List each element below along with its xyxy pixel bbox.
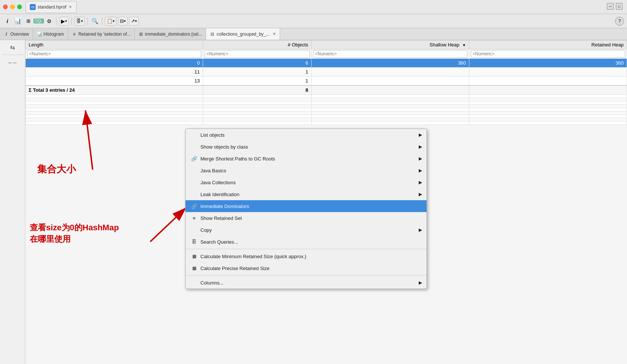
ctx-leak-id-arrow: ▶ (419, 192, 422, 197)
table-row-empty (26, 121, 627, 125)
left-nav-btn-2[interactable]: ─ ─ (1, 57, 23, 68)
cell-shallow (311, 68, 469, 77)
filter-shallow[interactable] (313, 50, 467, 58)
ctx-java-collections[interactable]: Java Collections ▶ (186, 176, 427, 188)
ctx-show-retained[interactable]: ≡ Show Retained Set (186, 212, 427, 224)
filter-cell-shallow (311, 49, 469, 59)
ctx-calc-precise-icon: ▦ (191, 265, 197, 272)
help-button[interactable]: ? (615, 17, 624, 26)
filter-retained[interactable] (471, 50, 625, 58)
cell-retained (469, 68, 627, 77)
col-header-shallow[interactable]: Shallow Heap ▼ (311, 40, 469, 49)
ctx-java-collections-icon (191, 179, 197, 186)
ctx-immediate-dom-icon: 🔗 (191, 203, 197, 209)
ctx-show-by-class[interactable]: Show objects by class ▶ (186, 141, 427, 153)
win-restore[interactable]: □ (616, 3, 623, 10)
file-tab[interactable]: 🗃 standard.hprof ✕ (26, 1, 77, 13)
table-row-empty (26, 115, 627, 118)
tab-file-icon: 🗃 (30, 4, 36, 10)
ctx-leak-id-icon (191, 191, 197, 198)
window-controls (3, 4, 22, 9)
ctx-merge-paths[interactable]: 🔗 Merge Shortest Paths to GC Roots ▶ (186, 153, 427, 165)
cell-objects: 1 (203, 68, 312, 77)
ctx-leak-id[interactable]: Leak Identification ▶ (186, 188, 427, 200)
toolbar-sep-1 (56, 17, 57, 25)
export-dropdown[interactable]: ↗ ▾ (129, 17, 139, 26)
tab-collections[interactable]: ⊟ collections_grouped_by_... ✕ (206, 28, 280, 40)
ctx-calc-min-icon: ▦ (191, 253, 197, 260)
collections-icon: ⊟ (210, 32, 215, 37)
filter-length[interactable] (27, 50, 201, 58)
tab-label: standard.hprof (38, 4, 66, 10)
ctx-merge-paths-arrow: ▶ (419, 156, 422, 161)
ctx-merge-paths-icon: 🔗 (191, 155, 197, 162)
toolbar-sep-2 (71, 17, 72, 25)
col-header-objects[interactable]: # Objects (203, 40, 312, 49)
ctx-calc-precise[interactable]: ▦ Calculate Precise Retained Size (186, 262, 427, 274)
ctx-immediate-dom[interactable]: 🔗 Immediate Dominators (186, 200, 427, 212)
ctx-copy[interactable]: Copy ▶ (186, 224, 427, 236)
table-row-empty (26, 105, 627, 108)
ctx-java-basics[interactable]: Java Basics ▶ (186, 165, 427, 176)
table-row[interactable]: 0 6 360 360 (26, 59, 627, 68)
win-minimize[interactable]: ─ (607, 3, 614, 10)
tab-close-icon[interactable]: ✕ (68, 5, 73, 9)
table-row-empty (26, 118, 627, 121)
maximize-button[interactable] (17, 4, 22, 9)
tab-retained[interactable]: ≡ Retained by 'selection of... (68, 28, 135, 40)
cell-shallow: 360 (311, 59, 469, 68)
left-sep-1 (1, 55, 23, 55)
search-toolbar-btn[interactable]: 🔍 (90, 17, 99, 26)
cell-length: 11 (26, 68, 203, 77)
table-row[interactable]: 13 1 (26, 77, 627, 86)
ctx-calc-min[interactable]: ▦ Calculate Minimum Retained Size (quick… (186, 250, 427, 262)
ctx-columns[interactable]: Columns... ▶ (186, 277, 427, 289)
left-nav-btn-1[interactable]: ⇆ (1, 42, 23, 53)
tab-retained-label: Retained by 'selection of... (78, 32, 131, 37)
ctx-list-objects-arrow: ▶ (419, 132, 422, 137)
immediate-icon: ⊞ (138, 32, 144, 37)
ctx-java-basics-arrow: ▶ (419, 168, 422, 173)
table-row-empty (26, 111, 627, 115)
db-dropdown[interactable]: 🗄 ▾ (74, 17, 85, 26)
cell-objects: 6 (203, 59, 312, 68)
collections-tab-close[interactable]: ✕ (273, 32, 276, 36)
left-panel: ⇆ ─ ─ (0, 40, 25, 364)
cell-length: 0 (26, 59, 203, 68)
ctx-separator-1 (186, 249, 427, 249)
col-header-length[interactable]: Length (26, 40, 203, 49)
data-table: Length # Objects Shallow Heap ▼ Retained… (25, 40, 627, 125)
tab-overview[interactable]: i Overview (0, 28, 33, 40)
sql-toolbar-btn[interactable]: OQL (34, 17, 43, 26)
table2-dropdown[interactable]: ⊟ ▾ (118, 17, 128, 26)
total-shallow (311, 85, 469, 95)
filter-objects[interactable] (205, 50, 310, 58)
chart-toolbar-btn[interactable]: 📊 (13, 17, 22, 26)
tab-immediate-label: immediate_dominators [sel... (145, 32, 202, 37)
gear-toolbar-btn[interactable]: ⚙ (45, 17, 54, 26)
tab-immediate[interactable]: ⊞ immediate_dominators [sel... (135, 28, 206, 40)
tab-histogram[interactable]: 📊 Histogram (33, 28, 68, 40)
minimize-button[interactable] (10, 4, 15, 9)
cell-length: 13 (26, 77, 203, 86)
ctx-search-queries[interactable]: 🗄 Search Queries... (186, 236, 427, 248)
ctx-list-objects[interactable]: List objects ▶ (186, 129, 427, 141)
content-area: ⇆ ─ ─ Length # Objects (0, 40, 627, 364)
ctx-show-by-class-icon (191, 143, 197, 150)
total-objects: 8 (203, 85, 312, 95)
info-toolbar-btn[interactable]: i (3, 17, 12, 26)
table-row[interactable]: 11 1 (26, 68, 627, 77)
ctx-columns-arrow: ▶ (419, 280, 422, 285)
copy-dropdown[interactable]: 📋 ▾ (105, 17, 116, 26)
close-button[interactable] (3, 4, 8, 9)
total-label: Σ Total 3 entries / 24 (26, 85, 203, 95)
retained-icon: ≡ (72, 32, 77, 37)
table-toolbar-btn[interactable]: ⊞ (24, 17, 33, 26)
cell-retained: 360 (469, 59, 627, 68)
run-dropdown[interactable]: ▶ ▾ (59, 17, 69, 26)
cell-retained (469, 77, 627, 86)
col-header-retained[interactable]: Retained Heap (469, 40, 627, 49)
cell-objects: 1 (203, 77, 312, 86)
sort-icon: ▼ (462, 43, 466, 47)
histogram-icon: 📊 (37, 32, 42, 37)
